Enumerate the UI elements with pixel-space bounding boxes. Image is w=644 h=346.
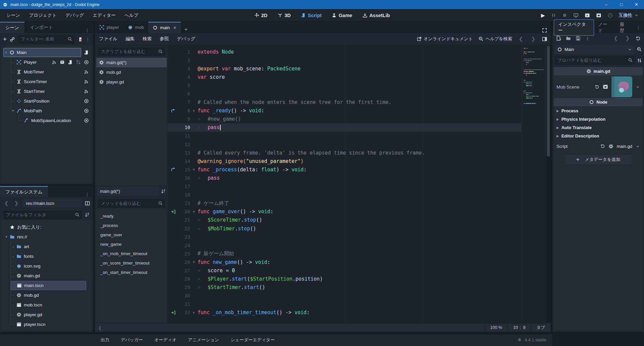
new-resource-button[interactable] — [556, 36, 561, 41]
workspace-script[interactable]: Script — [301, 13, 322, 18]
close-tab-icon[interactable]: ✕ — [173, 25, 176, 30]
code-line[interactable]: 15▼func _process(delta: float) -> void: — [168, 165, 550, 174]
code-line[interactable]: 6 — [168, 90, 550, 98]
fold-arrow-icon[interactable]: ▼ — [190, 210, 198, 214]
movie-maker-button[interactable] — [607, 13, 613, 18]
scene-tree-menu-button[interactable]: ⋮ — [86, 37, 90, 42]
method-list-item[interactable]: _process — [96, 221, 167, 230]
indent-type[interactable]: タブ — [531, 323, 550, 332]
inspector-history-button[interactable] — [636, 36, 641, 41]
code-line[interactable]: 29»$StartTimer.start() — [168, 283, 550, 292]
scene-filter-input[interactable]: フィルター: 名前 — [18, 35, 74, 44]
script-menu-検索[interactable]: 検索 — [139, 36, 156, 42]
code-line[interactable]: 17 — [168, 182, 550, 191]
search-help-button[interactable]: ヘルプを検索 — [478, 36, 512, 42]
script-list-item[interactable]: player.gd — [96, 77, 167, 87]
method-list-item[interactable]: _on_score_timer_timeout — [96, 258, 167, 268]
script-tab-mob[interactable]: mob — [123, 22, 148, 33]
script-menu-参照[interactable]: 参照 — [156, 36, 173, 42]
script-history-forward-button[interactable]: ❯ — [530, 36, 537, 42]
code-line[interactable]: 21»$ScoreTimer.stop() — [168, 216, 550, 224]
scripts-filter-input[interactable]: スクリプトを絞り込む — [98, 47, 165, 56]
code-line[interactable]: 27»score = 0 — [168, 266, 550, 275]
file-filter-input[interactable]: ファイルをフィルタ — [3, 211, 82, 219]
code-line[interactable]: 19# ゲーム終了 — [168, 199, 550, 208]
code-line[interactable]: 22»$MobTimer.stop() — [168, 224, 550, 233]
workspace-assetlib[interactable]: AssetLib — [362, 13, 390, 18]
file-row[interactable]: player.gd — [1, 310, 92, 320]
notification-bell-icon[interactable] — [517, 338, 522, 342]
play-remote-debug-button[interactable] — [573, 13, 579, 18]
file-row[interactable]: ▾res:// — [1, 232, 92, 242]
online-docs-button[interactable]: オンラインドキュメント — [417, 36, 473, 42]
current-path[interactable]: res://main.tscn — [23, 199, 82, 208]
code-line[interactable]: 7# Called when the node enters the scene… — [168, 98, 550, 107]
code-line[interactable]: 11 — [168, 132, 550, 140]
code-line[interactable]: 2 — [168, 56, 550, 64]
workspace-game[interactable]: Game — [332, 13, 352, 18]
method-list-item[interactable]: game_over — [96, 230, 167, 239]
code-line[interactable]: 4var score — [168, 73, 550, 81]
code-line[interactable]: 12 — [168, 140, 550, 149]
code-line[interactable]: 23 — [168, 233, 550, 241]
code-line[interactable]: 9»#new_game() — [168, 115, 550, 123]
file-row[interactable]: mob.gd — [1, 290, 92, 300]
menu-シーン[interactable]: シーン — [2, 12, 24, 18]
code-minimap[interactable] — [522, 45, 546, 323]
property-group-process[interactable]: ▶Process — [554, 107, 643, 115]
inspector-menu-button[interactable]: ⋮ — [633, 25, 644, 30]
script-tab-player[interactable]: player — [95, 22, 123, 33]
file-row[interactable]: mob.tscn — [1, 300, 92, 310]
maximize-button[interactable]: □ — [614, 0, 629, 9]
code-line[interactable]: 20▼func game_over() -> void: — [168, 208, 550, 216]
code-line[interactable]: 30 — [168, 292, 550, 300]
chevron-down-icon[interactable] — [636, 144, 640, 149]
script-value[interactable]: main.gd — [617, 144, 632, 149]
script-history-back-button[interactable]: ❮ — [518, 36, 525, 42]
file-row[interactable]: ›art — [1, 242, 92, 251]
code-line[interactable]: 13# Called every frame. 'delta' is the e… — [168, 149, 550, 157]
bottom-tab-4[interactable]: シェーダーエディター — [230, 337, 275, 343]
script-menu-ファイル[interactable]: ファイル — [95, 36, 121, 42]
file-row[interactable]: player.tscn — [1, 320, 92, 329]
instantiate-scene-button[interactable] — [10, 37, 15, 42]
bottom-tab-2[interactable]: オーディオ — [154, 337, 176, 343]
code-line[interactable]: 32▼func _on_mob_timer_timeout() -> void: — [168, 308, 550, 317]
tab-scene[interactable]: シーン — [0, 22, 24, 33]
save-resource-button[interactable] — [576, 36, 581, 41]
filesystem-menu-button[interactable]: ⋮ — [82, 192, 93, 197]
minimize-button[interactable]: – — [599, 0, 614, 9]
menu-デバッグ[interactable]: デバッグ — [61, 12, 88, 18]
property-tools-button[interactable] — [637, 58, 642, 63]
chevron-down-icon[interactable] — [636, 85, 640, 89]
methods-filter-input[interactable]: メソッドを絞り込む — [98, 199, 165, 208]
revert-icon[interactable] — [600, 144, 605, 149]
file-row[interactable]: main.gd — [1, 271, 92, 281]
script-list-item[interactable]: mob.gd — [96, 67, 167, 77]
scene-tree-row[interactable]: StartPosition — [1, 96, 92, 106]
resource-menu-button[interactable]: ⋮ — [585, 36, 590, 41]
method-list-item[interactable]: new_game — [96, 239, 167, 249]
property-group-auto-translate[interactable]: ▶Auto Translate — [554, 123, 643, 132]
history-back-button[interactable]: ❮ — [3, 200, 10, 206]
file-row[interactable]: ›fonts — [1, 251, 92, 261]
add-metadata-button[interactable]: + メタデータを追加 — [565, 155, 632, 164]
visibility-eye-icon[interactable] — [84, 60, 89, 65]
method-list-item[interactable]: _on_start_timer_timeout — [96, 268, 167, 277]
scene-tree-row[interactable]: Player — [1, 57, 92, 67]
fullscreen-toggle-icon[interactable] — [542, 28, 550, 33]
scene-tree-row[interactable]: ▾MobPath — [1, 106, 92, 116]
split-view-button[interactable] — [85, 201, 90, 206]
menu-プロジェクト[interactable]: プロジェクト — [24, 12, 61, 18]
renderer-selector[interactable]: 互換性 — [619, 12, 639, 18]
expand-arrow-icon[interactable]: › — [11, 254, 15, 258]
method-sort-button[interactable] — [161, 189, 166, 194]
code-line[interactable]: 16»pass — [168, 174, 550, 182]
mob-scene-preview[interactable] — [611, 76, 632, 97]
code-line[interactable]: 10»pass — [168, 123, 550, 132]
tab-import[interactable]: インポート — [24, 22, 58, 33]
scene-dock-menu-button[interactable]: ⋮ — [82, 27, 93, 33]
fold-arrow-icon[interactable]: ▼ — [190, 109, 198, 113]
zoom-level[interactable]: 100 % — [485, 323, 507, 332]
scene-tree-row[interactable]: StartTimer — [1, 86, 92, 96]
